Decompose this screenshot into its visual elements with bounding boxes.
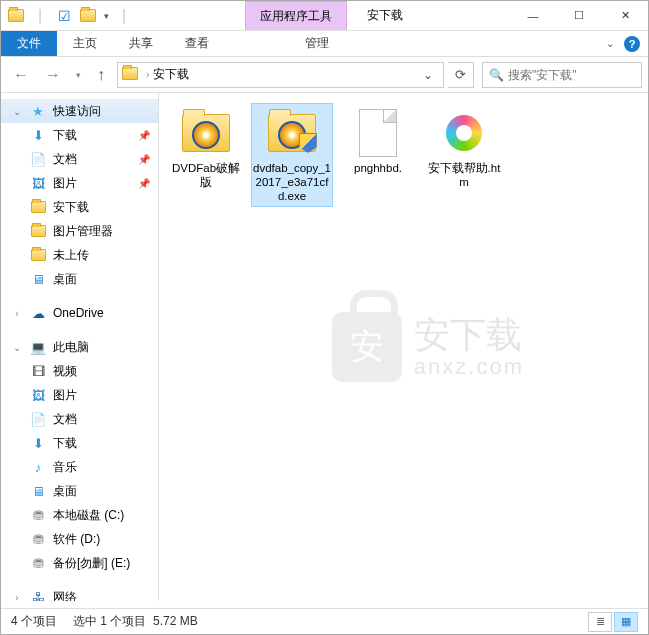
- sidebar-item-label: 视频: [53, 363, 77, 380]
- drive-icon: ⛃: [29, 506, 47, 524]
- folder-icon: [29, 222, 47, 240]
- expand-icon[interactable]: ⌄: [11, 342, 23, 353]
- file-name-label: DVDFab破解版: [167, 161, 245, 189]
- watermark-line2: anxz.com: [414, 355, 524, 379]
- sidebar-item-label: 下载: [53, 435, 77, 452]
- refresh-button[interactable]: ⟳: [448, 62, 474, 88]
- sidebar-item-label: 文档: [53, 151, 77, 168]
- file-list-pane[interactable]: DVDFab破解版 dvdfab_copy_12017_e3a71cfd.exe…: [159, 93, 648, 601]
- exe-shield-icon: [266, 107, 318, 159]
- sidebar-drive-d[interactable]: ⛃软件 (D:): [1, 527, 158, 551]
- address-dropdown-button[interactable]: ⌄: [417, 64, 439, 86]
- nav-up-button[interactable]: ↑: [89, 63, 113, 87]
- desktop-icon: 🖥: [29, 270, 47, 288]
- search-icon: 🔍: [489, 68, 504, 82]
- status-item-count: 4 个项目: [11, 613, 57, 630]
- search-box[interactable]: 🔍: [482, 62, 642, 88]
- app-tools-tab-header: 应用程序工具: [245, 1, 347, 30]
- new-folder-icon[interactable]: [77, 5, 99, 27]
- app-icon[interactable]: [5, 5, 27, 27]
- sidebar-music[interactable]: ♪音乐: [1, 455, 158, 479]
- tab-view[interactable]: 查看: [169, 31, 225, 56]
- sidebar-item-label: 图片管理器: [53, 223, 113, 240]
- address-bar[interactable]: › 安下载 ⌄: [117, 62, 444, 88]
- picture-icon: 🖼: [29, 386, 47, 404]
- htm-icon: [438, 107, 490, 159]
- qat-customize-dropdown[interactable]: ▾: [101, 5, 111, 27]
- sidebar-quick-access[interactable]: ⌄ ★ 快速访问: [1, 99, 158, 123]
- nav-forward-button[interactable]: →: [39, 61, 67, 89]
- sidebar-drive-e[interactable]: ⛃备份[勿删] (E:): [1, 551, 158, 575]
- sidebar-pictures[interactable]: 🖼图片📌: [1, 171, 158, 195]
- nav-history-dropdown[interactable]: ▾: [71, 70, 85, 80]
- sidebar-item-label: 桌面: [53, 483, 77, 500]
- sidebar-not-uploaded[interactable]: 未上传: [1, 243, 158, 267]
- sidebar-drive-c[interactable]: ⛃本地磁盘 (C:): [1, 503, 158, 527]
- sidebar-documents2[interactable]: 📄文档: [1, 407, 158, 431]
- onedrive-icon: ☁: [29, 304, 47, 322]
- sidebar-item-label: 音乐: [53, 459, 77, 476]
- sidebar-item-label: 未上传: [53, 247, 89, 264]
- sidebar-desktop[interactable]: 🖥桌面: [1, 267, 158, 291]
- sidebar-videos[interactable]: 🎞视频: [1, 359, 158, 383]
- file-item-folder[interactable]: DVDFab破解版: [165, 103, 247, 207]
- sidebar-item-label: 下载: [53, 127, 77, 144]
- download-icon: ⬇: [29, 434, 47, 452]
- maximize-button[interactable]: ☐: [556, 1, 602, 30]
- sidebar-pictures2[interactable]: 🖼图片: [1, 383, 158, 407]
- sidebar-pic-manager[interactable]: 图片管理器: [1, 219, 158, 243]
- network-icon: 🖧: [29, 588, 47, 601]
- file-item-exe[interactable]: dvdfab_copy_12017_e3a71cfd.exe: [251, 103, 333, 207]
- expand-icon[interactable]: ›: [11, 592, 23, 602]
- tab-share[interactable]: 共享: [113, 31, 169, 56]
- contextual-tabs: 应用程序工具: [245, 1, 347, 30]
- close-button[interactable]: ✕: [602, 1, 648, 30]
- folder-icon: [29, 198, 47, 216]
- tab-manage[interactable]: 管理: [289, 31, 345, 56]
- properties-icon[interactable]: ☑: [53, 5, 75, 27]
- sidebar-item-label: 本地磁盘 (C:): [53, 507, 124, 524]
- sidebar-network[interactable]: ›🖧网络: [1, 585, 158, 601]
- music-icon: ♪: [29, 458, 47, 476]
- view-icons-button[interactable]: ▦: [614, 612, 638, 632]
- nav-back-button[interactable]: ←: [7, 61, 35, 89]
- file-item-htm[interactable]: 安下载帮助.htm: [423, 103, 505, 207]
- navigation-tree: ⌄ ★ 快速访问 ⬇下载📌 📄文档📌 🖼图片📌 安下载 图片管理器 未上传 🖥桌…: [1, 93, 159, 601]
- watermark-line1: 安下载: [414, 315, 524, 355]
- sidebar-documents[interactable]: 📄文档📌: [1, 147, 158, 171]
- sidebar-anxz[interactable]: 安下载: [1, 195, 158, 219]
- sidebar-desktop2[interactable]: 🖥桌面: [1, 479, 158, 503]
- view-details-button[interactable]: ≣: [588, 612, 612, 632]
- ribbon-tabs: 文件 主页 共享 查看 管理 ⌄ ?: [1, 31, 648, 57]
- search-input[interactable]: [508, 68, 635, 82]
- video-icon: 🎞: [29, 362, 47, 380]
- blank-file-icon: [352, 107, 404, 159]
- help-icon[interactable]: ?: [624, 36, 640, 52]
- watermark-lock-icon: [332, 312, 402, 382]
- sidebar-item-label: 图片: [53, 387, 77, 404]
- sidebar-onedrive[interactable]: ›☁OneDrive: [1, 301, 158, 325]
- sidebar-downloads2[interactable]: ⬇下载: [1, 431, 158, 455]
- star-icon: ★: [29, 102, 47, 120]
- breadcrumb-current[interactable]: 安下载: [153, 66, 189, 83]
- tab-home[interactable]: 主页: [57, 31, 113, 56]
- sidebar-item-label: 快速访问: [53, 103, 101, 120]
- expand-icon[interactable]: ›: [11, 308, 23, 319]
- tab-file[interactable]: 文件: [1, 31, 57, 56]
- breadcrumb-separator-icon: ›: [146, 69, 149, 80]
- file-name-label: 安下载帮助.htm: [425, 161, 503, 189]
- sidebar-this-pc[interactable]: ⌄💻此电脑: [1, 335, 158, 359]
- file-name-label: pnghhbd.: [354, 161, 402, 175]
- file-item-blank[interactable]: pnghhbd.: [337, 103, 419, 207]
- document-icon: 📄: [29, 410, 47, 428]
- status-bar: 4 个项目 选中 1 个项目 5.72 MB ≣ ▦: [1, 608, 648, 634]
- ribbon-collapse-button[interactable]: ⌄: [606, 38, 614, 49]
- minimize-button[interactable]: —: [510, 1, 556, 30]
- sidebar-downloads[interactable]: ⬇下载📌: [1, 123, 158, 147]
- sidebar-item-label: 文档: [53, 411, 77, 428]
- download-icon: ⬇: [29, 126, 47, 144]
- desktop-icon: 🖥: [29, 482, 47, 500]
- sidebar-item-label: 安下载: [53, 199, 89, 216]
- sidebar-item-label: 备份[勿删] (E:): [53, 555, 130, 572]
- expand-icon[interactable]: ⌄: [11, 106, 23, 117]
